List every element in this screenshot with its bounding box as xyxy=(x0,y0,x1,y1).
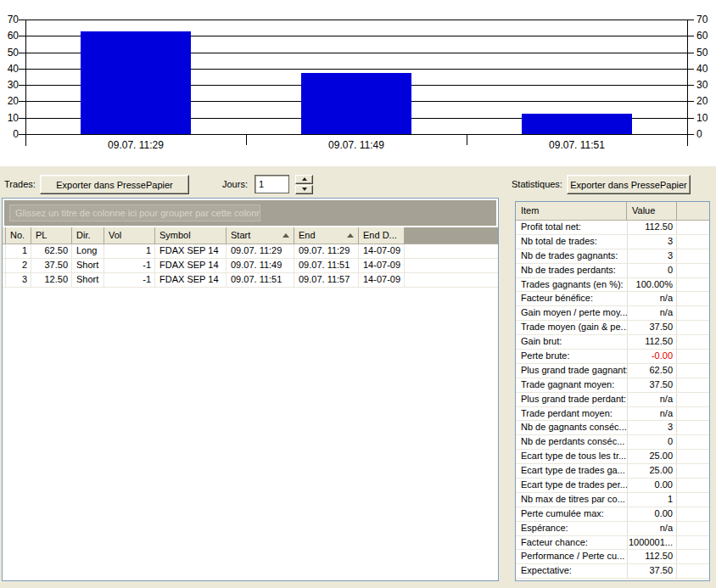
group-by-bar[interactable]: Glissez un titre de colonne ici pour gro… xyxy=(4,200,496,226)
jours-label: Jours: xyxy=(222,178,248,190)
stat-item-label: Ecart type de trades ga... xyxy=(516,464,627,478)
stats-row[interactable]: Trade perdant moyen:n/a xyxy=(516,407,709,422)
table-cell: 12.50 xyxy=(31,273,72,287)
sort-ascending-icon xyxy=(347,233,354,238)
x-axis-tick xyxy=(25,134,26,145)
stats-row[interactable]: Ecart type de trades per...0.00 xyxy=(516,479,709,493)
table-cell: 14-07-09 xyxy=(359,259,405,272)
y-axis-tick xyxy=(687,36,694,36)
table-cell: Short xyxy=(72,259,104,272)
table-cell: 62.50 xyxy=(31,244,72,258)
trades-grid-body: 162.50Long1FDAX SEP 1409.07. 11:2909.07.… xyxy=(3,244,498,288)
stats-row[interactable]: Ecart type de tous les tr...25.00 xyxy=(516,450,709,464)
statistics-grid: Item Value Profit total net:112.50Nb tot… xyxy=(515,201,710,581)
table-row[interactable]: 312.50Short-1FDAX SEP 1409.07. 11:5109.0… xyxy=(3,273,498,288)
y-axis-tick xyxy=(687,53,694,53)
stats-row[interactable]: Nb de trades gagnants:3 xyxy=(516,249,709,264)
column-header-dir[interactable]: Dir. xyxy=(72,227,104,244)
column-header-end[interactable]: End xyxy=(294,227,359,244)
stats-column-value[interactable]: Value xyxy=(627,202,677,220)
stats-column-item[interactable]: Item xyxy=(516,202,627,220)
table-cell: -1 xyxy=(104,259,155,272)
table-row[interactable]: 237.50Short-1FDAX SEP 1409.07. 11:4909.0… xyxy=(3,259,498,273)
stat-item-label: Facteur bénéfice: xyxy=(516,292,627,305)
jours-spin-up-button[interactable] xyxy=(295,175,313,184)
stats-row[interactable]: Facteur bénéfice:n/a xyxy=(516,292,709,306)
stats-row[interactable]: Perte cumulée max:0.00 xyxy=(516,507,709,522)
trades-grid-header: No.PLDir.VolSymbolStartEndEnd D... xyxy=(3,227,498,244)
stats-row[interactable]: Nb de perdants conséc...0 xyxy=(516,435,709,450)
y-axis-tick xyxy=(19,53,25,53)
stats-row[interactable]: Gain brut:112.50 xyxy=(516,335,709,350)
table-cell: 1 xyxy=(6,244,31,258)
stat-item-value: 0 xyxy=(627,264,677,277)
stat-item-value: 62.50 xyxy=(627,364,677,378)
table-cell: 09.07. 11:29 xyxy=(227,244,294,258)
export-trades-button[interactable]: Exporter dans PressePapier xyxy=(40,175,189,194)
stats-row[interactable]: Trades gagnants (en %):100.00% xyxy=(516,278,709,293)
table-cell: FDAX SEP 14 xyxy=(155,259,227,272)
pl-bar xyxy=(81,31,191,134)
pl-bar-chart: 00101020203030404050506060707009.07. 11:… xyxy=(0,0,716,166)
stat-item-label: Facteur chance: xyxy=(516,536,627,550)
y-axis-tick-label: 40 xyxy=(696,63,716,75)
jours-input[interactable] xyxy=(255,175,289,193)
stats-row[interactable]: Perte brute:-0.00 xyxy=(516,350,709,364)
y-axis-tick xyxy=(687,69,694,70)
stats-row[interactable]: Expectative:37.50 xyxy=(516,564,709,579)
stat-item-label: Gain brut: xyxy=(516,335,627,349)
stat-item-value: 0 xyxy=(627,435,677,449)
table-cell: FDAX SEP 14 xyxy=(155,273,227,287)
stats-row[interactable]: Trade gagnant moyen:37.50 xyxy=(516,378,709,393)
stats-row[interactable]: Facteur chance:1000001... xyxy=(516,536,709,551)
export-statistics-button[interactable]: Exporter dans PressePapier xyxy=(567,175,691,194)
column-header-start[interactable]: Start xyxy=(227,227,294,244)
stat-item-label: Nb max de titres par co... xyxy=(516,493,627,507)
table-cell: 09.07. 11:51 xyxy=(227,273,294,287)
stats-row[interactable]: Nb de trades perdants:0 xyxy=(516,264,709,278)
table-cell: 2 xyxy=(6,259,31,272)
y-axis-tick-label: 0 xyxy=(696,128,716,140)
gridline xyxy=(25,20,687,20)
column-header-symbol[interactable]: Symbol xyxy=(155,227,227,244)
statistics-body: Profit total net:112.50Nb total de trade… xyxy=(516,221,709,579)
stats-row[interactable]: Gain moyen / perte moy...n/a xyxy=(516,306,709,321)
jours-spin-down-button[interactable] xyxy=(295,185,313,194)
table-row[interactable]: 162.50Long1FDAX SEP 1409.07. 11:2909.07.… xyxy=(3,244,498,259)
table-cell: 09.07. 11:57 xyxy=(294,273,359,287)
stats-row[interactable]: Nb total de trades:3 xyxy=(516,235,709,249)
y-axis-tick-label: 40 xyxy=(0,63,19,75)
chevron-up-icon xyxy=(302,177,307,181)
table-cell: -1 xyxy=(104,273,155,287)
column-header-no[interactable]: No. xyxy=(6,227,31,244)
stat-item-label: Plus grand trade perdant: xyxy=(516,393,627,406)
stats-row[interactable]: Performance / Perte cu...112.50 xyxy=(516,550,709,564)
y-axis-tick xyxy=(19,20,25,20)
y-axis-tick-label: 10 xyxy=(696,112,716,124)
header-filler xyxy=(405,227,498,244)
stats-row[interactable]: Nb de gagnants conséc...3 xyxy=(516,421,709,435)
y-axis-tick xyxy=(687,101,694,102)
y-axis-line xyxy=(687,20,688,146)
stat-item-label: Perte brute: xyxy=(516,350,627,363)
stat-item-label: Nb de perdants conséc... xyxy=(516,435,627,449)
y-axis-tick xyxy=(687,134,694,135)
column-header-vol[interactable]: Vol xyxy=(104,227,155,244)
column-header-pl[interactable]: PL xyxy=(31,227,72,244)
y-axis-tick-label: 70 xyxy=(0,14,19,25)
stat-item-label: Performance / Perte cu... xyxy=(516,550,627,563)
trades-label: Trades: xyxy=(4,178,36,190)
stat-item-label: Expectative: xyxy=(516,564,627,578)
stats-row[interactable]: Plus grand trade gagnant:62.50 xyxy=(516,364,709,378)
stats-row[interactable]: Trade moyen (gain & pe...37.50 xyxy=(516,321,709,335)
stats-row[interactable]: Ecart type de trades ga...25.00 xyxy=(516,464,709,479)
stats-row[interactable]: Nb max de titres par co...1 xyxy=(516,493,709,507)
stats-row[interactable]: Profit total net:112.50 xyxy=(516,221,709,235)
column-header-endd[interactable]: End D... xyxy=(359,227,405,244)
stats-row[interactable]: Espérance:n/a xyxy=(516,522,709,536)
stat-item-value: 37.50 xyxy=(627,321,677,334)
stat-item-label: Ecart type de tous les tr... xyxy=(516,450,627,463)
stats-row[interactable]: Plus grand trade perdant:n/a xyxy=(516,393,709,407)
stat-item-value: 112.50 xyxy=(627,221,677,234)
y-axis-tick-label: 20 xyxy=(0,95,19,107)
